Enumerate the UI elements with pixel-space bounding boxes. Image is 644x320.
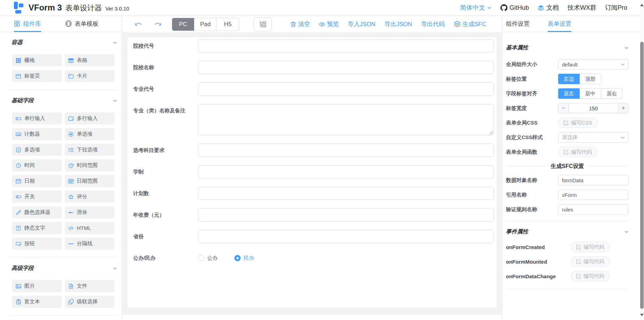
- form-canvas[interactable]: 院校代号院校名称专业代号专业（类）名称及备注选考科目要求学制计划数年收费（元）省…: [128, 37, 497, 307]
- form-field-exam-subject-requirement[interactable]: 选考科目要求: [130, 144, 494, 157]
- component-item-number[interactable]: 123计数器: [12, 128, 62, 140]
- decrease-button[interactable]: −: [558, 103, 569, 113]
- scroll-up-arrow-icon[interactable]: [640, 2, 644, 6]
- increase-button[interactable]: +: [618, 103, 628, 113]
- form-field-school-name[interactable]: 院校名称: [130, 61, 494, 74]
- device-pc[interactable]: PC: [172, 18, 194, 31]
- component-item-rate[interactable]: 评分: [65, 191, 114, 203]
- component-item-rich-editor[interactable]: 富文本: [12, 296, 62, 308]
- chevron-down-icon[interactable]: [113, 266, 117, 271]
- component-item-color-picker[interactable]: 颜色选择器: [12, 206, 62, 218]
- component-item-cascader[interactable]: 级联选择: [65, 296, 114, 308]
- select-dropdown[interactable]: 请选择: [558, 132, 629, 143]
- export-json-button[interactable]: 导出JSON: [385, 20, 412, 28]
- text-input[interactable]: formData: [558, 175, 629, 185]
- chevron-down-icon[interactable]: [624, 230, 629, 234]
- component-item-table[interactable]: 表格: [65, 54, 114, 66]
- component-item-switch[interactable]: 开关: [12, 191, 62, 203]
- language-select[interactable]: 简体中文: [460, 3, 492, 12]
- chevron-down-icon[interactable]: [113, 98, 117, 103]
- text-input[interactable]: [198, 61, 494, 74]
- export-code-button[interactable]: 导出代码: [421, 20, 445, 28]
- code-editor-button[interactable]: 编写CSS: [558, 118, 598, 128]
- segment-option-0[interactable]: 左边: [558, 74, 580, 84]
- scrollbar-thumb[interactable]: [640, 42, 644, 309]
- form-field-plan-count[interactable]: 计划数: [130, 187, 494, 200]
- form-field-public-private[interactable]: 公办/民办公办民办: [130, 251, 494, 265]
- scroll-down-arrow-icon[interactable]: [640, 314, 644, 318]
- component-item-grid[interactable]: 栅格: [12, 54, 62, 66]
- preview-button[interactable]: 预览: [319, 20, 339, 28]
- component-item-html-text[interactable]: HTML: [65, 222, 114, 234]
- stepper-value[interactable]: 150: [569, 103, 618, 113]
- form-field-annual-fee[interactable]: 年收费（元）: [130, 208, 494, 222]
- text-input[interactable]: [198, 39, 494, 53]
- undo-button[interactable]: [134, 21, 143, 27]
- component-item-radio[interactable]: 单选项: [65, 128, 114, 140]
- form-field-study-length[interactable]: 学制: [130, 165, 494, 178]
- import-json-button[interactable]: 导入JSON: [348, 20, 375, 28]
- text-input[interactable]: [198, 187, 494, 200]
- radio-option-0[interactable]: 公办: [198, 255, 218, 262]
- text-input[interactable]: [198, 144, 494, 157]
- chevron-down-icon[interactable]: [113, 40, 117, 45]
- text-input[interactable]: [198, 208, 494, 222]
- chevron-down-icon[interactable]: [624, 46, 629, 50]
- code-editor-button[interactable]: 编写代码: [571, 256, 610, 267]
- tab-component-library[interactable]: 组件库: [14, 16, 41, 31]
- component-item-file-upload[interactable]: 文件: [65, 280, 114, 292]
- subscribe-pro-link[interactable]: 订阅Pro: [605, 3, 627, 12]
- form-field-major-code[interactable]: 专业代号: [130, 82, 494, 96]
- component-item-static-text[interactable]: 静态文字: [12, 222, 62, 234]
- component-item-button[interactable]: 按钮: [12, 238, 62, 250]
- text-input[interactable]: [198, 82, 494, 96]
- tab-form-settings[interactable]: 表单设置: [548, 16, 571, 31]
- component-item-label: 文件: [77, 283, 87, 289]
- code-editor-button[interactable]: 编写代码: [571, 242, 610, 252]
- form-field-province[interactable]: 省份: [130, 230, 494, 243]
- github-link[interactable]: GitHub: [500, 4, 529, 11]
- form-field-school-code[interactable]: 院校代号: [130, 39, 494, 53]
- field-control: 公办民办: [198, 251, 494, 265]
- component-item-slider[interactable]: 滑块: [65, 206, 114, 218]
- text-input[interactable]: [198, 230, 494, 243]
- segment-option-0[interactable]: 居左: [558, 88, 580, 99]
- component-item-label: 表格: [77, 57, 87, 64]
- component-item-date[interactable]: 19日期: [12, 175, 62, 187]
- tab-widget-settings[interactable]: 组件设置: [506, 16, 530, 31]
- resize-grip-icon[interactable]: [489, 130, 493, 134]
- segment-option-1[interactable]: 居中: [580, 88, 601, 99]
- docs-link[interactable]: 文档: [538, 3, 559, 12]
- component-item-input[interactable]: 单行输入: [12, 112, 62, 125]
- clear-button[interactable]: 清空: [290, 20, 310, 28]
- device-h5[interactable]: H5: [217, 18, 239, 31]
- device-pad[interactable]: Pad: [194, 18, 217, 31]
- textarea-input[interactable]: [198, 104, 494, 135]
- segment-option-1[interactable]: 顶部: [580, 74, 601, 84]
- segment-option-2[interactable]: 居右: [601, 88, 623, 99]
- page-scrollbar[interactable]: [640, 0, 644, 320]
- component-item-textarea[interactable]: 多行输入: [65, 112, 114, 125]
- component-item-checkbox[interactable]: 多选项: [12, 144, 62, 156]
- component-item-time-range[interactable]: 时间范围: [65, 159, 114, 171]
- text-input[interactable]: vForm: [558, 190, 629, 200]
- component-item-time[interactable]: 时间: [12, 159, 62, 171]
- component-item-tab[interactable]: 标签页: [12, 70, 62, 82]
- component-item-divider[interactable]: 分隔线: [65, 238, 114, 250]
- code-editor-button[interactable]: 编写代码: [558, 147, 597, 157]
- radio-option-1[interactable]: 民办: [234, 255, 254, 262]
- component-item-date-range[interactable]: 日期范围: [65, 175, 114, 187]
- wx-group-link[interactable]: 技术WX群: [567, 3, 596, 12]
- code-editor-button[interactable]: 编写代码: [571, 271, 610, 281]
- redo-button[interactable]: [154, 21, 162, 27]
- text-input[interactable]: [198, 165, 494, 178]
- select-dropdown[interactable]: default: [558, 59, 629, 70]
- component-item-picture-upload[interactable]: 图片: [12, 280, 62, 292]
- form-field-major-name-remark[interactable]: 专业（类）名称及备注: [130, 104, 494, 135]
- tab-form-templates[interactable]: 表单模板: [65, 16, 98, 31]
- component-item-card[interactable]: 卡片: [65, 70, 114, 82]
- node-tree-button[interactable]: [253, 17, 272, 31]
- component-item-select[interactable]: 下拉选项: [65, 144, 114, 156]
- generate-sfc-button[interactable]: 生成SFC: [454, 20, 486, 28]
- text-input[interactable]: rules: [558, 204, 629, 215]
